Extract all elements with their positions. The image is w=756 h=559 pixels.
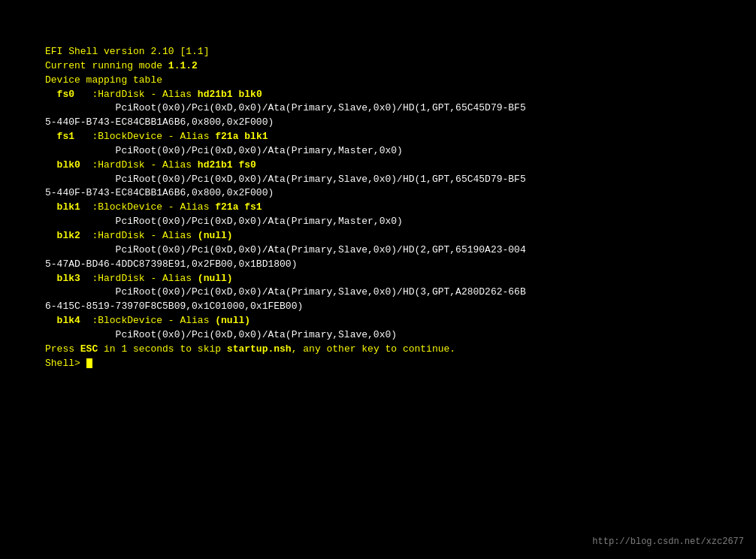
terminal-text: f21a fs1: [209, 201, 262, 213]
terminal-text: :HardDisk -: [80, 230, 162, 241]
terminal-text: hd21b1 blk0: [192, 89, 262, 100]
terminal-text: Press: [45, 343, 80, 355]
terminal-text: :BlockDevice -: [80, 201, 180, 213]
terminal-text: Current running mode: [45, 60, 168, 71]
terminal-text: (null): [192, 230, 233, 241]
terminal-line: PciRoot(0x0)/Pci(0xD,0x0)/Ata(Primary,Sl…: [45, 328, 711, 343]
terminal-line: 5-47AD-BD46-4DDC87398E91,0x2FB00,0x1BD18…: [45, 258, 711, 272]
terminal-text: Device mapping table: [45, 74, 162, 86]
terminal-text: Alias: [180, 131, 209, 142]
terminal-text: fs0: [45, 89, 74, 100]
terminal-text: 5-440F-B743-EC84CBB1A6B6,0x800,0x2F000): [45, 116, 274, 128]
terminal-line: fs1 :BlockDevice - Alias f21a blk1: [45, 130, 711, 144]
terminal-line: blk0 :HardDisk - Alias hd21b1 fs0: [45, 159, 711, 173]
terminal-text: PciRoot(0x0)/Pci(0xD,0x0)/Ata(Primary,Sl…: [45, 244, 526, 255]
terminal-text: :HardDisk -: [80, 273, 162, 284]
terminal-text: EFI Shell version 2.10 [1.1]: [45, 46, 209, 57]
terminal-text: , any other key to continue.: [292, 343, 455, 355]
terminal-text: 5-47AD-BD46-4DDC87398E91,0x2FB00,0x1BD18…: [45, 258, 297, 270]
terminal-line: EFI Shell version 2.10 [1.1]: [45, 45, 711, 59]
terminal-text: PciRoot(0x0)/Pci(0xD,0x0)/Ata(Primary,Sl…: [45, 329, 397, 340]
terminal-text: (null): [209, 315, 250, 326]
terminal-line: PciRoot(0x0)/Pci(0xD,0x0)/Ata(Primary,Sl…: [45, 101, 711, 116]
terminal-line: blk4 :BlockDevice - Alias (null): [45, 314, 711, 328]
terminal-text: Shell>: [45, 358, 86, 369]
terminal-line: 6-415C-8519-73970F8C5B09,0x1C01000,0x1FE…: [45, 300, 711, 314]
terminal-text: :BlockDevice -: [74, 131, 180, 142]
terminal-text: PciRoot(0x0)/Pci(0xD,0x0)/Ata(Primary,Sl…: [45, 286, 526, 298]
terminal-text: ESC: [80, 343, 98, 355]
terminal-text: startup.nsh: [227, 343, 292, 355]
terminal-text: :HardDisk -: [74, 89, 162, 100]
terminal-text: Alias: [162, 89, 192, 100]
terminal-line: blk2 :HardDisk - Alias (null): [45, 229, 711, 243]
terminal-text: Alias: [180, 201, 209, 213]
terminal-text: Alias: [180, 315, 209, 326]
terminal-line: PciRoot(0x0)/Pci(0xD,0x0)/Ata(Primary,Sl…: [45, 243, 711, 258]
terminal-text: 5-440F-B743-EC84CBB1A6B6,0x800,0x2F000): [45, 187, 274, 198]
terminal-line: PciRoot(0x0)/Pci(0xD,0x0)/Ata(Primary,Ma…: [45, 215, 711, 229]
terminal-text: PciRoot(0x0)/Pci(0xD,0x0)/Ata(Primary,Ma…: [45, 216, 403, 227]
terminal-text: (null): [192, 273, 233, 284]
terminal-text: in 1 seconds to skip: [98, 343, 227, 355]
terminal-text: Alias: [162, 230, 192, 241]
terminal-text: Alias: [162, 159, 192, 171]
terminal-line: blk1 :BlockDevice - Alias f21a fs1: [45, 201, 711, 215]
terminal-text: blk2: [45, 230, 80, 241]
terminal-text: Alias: [162, 273, 192, 284]
terminal-text: :HardDisk -: [80, 159, 162, 171]
terminal-text: 1.1.2: [168, 60, 198, 71]
terminal-text: 6-415C-8519-73970F8C5B09,0x1C01000,0x1FE…: [45, 301, 303, 312]
terminal-line: fs0 :HardDisk - Alias hd21b1 blk0: [45, 88, 711, 102]
terminal-line: Shell>: [45, 357, 711, 371]
terminal-text: PciRoot(0x0)/Pci(0xD,0x0)/Ata(Primary,Sl…: [45, 102, 526, 113]
terminal-line: Device mapping table: [45, 74, 711, 88]
terminal-line: 5-440F-B743-EC84CBB1A6B6,0x800,0x2F000): [45, 186, 711, 201]
terminal-output: EFI Shell version 2.10 [1.1]Current runn…: [45, 45, 711, 370]
terminal-text: :BlockDevice -: [80, 315, 180, 326]
terminal-line: 5-440F-B743-EC84CBB1A6B6,0x800,0x2F000): [45, 116, 711, 130]
terminal-text: blk1: [45, 201, 80, 213]
terminal-text: PciRoot(0x0)/Pci(0xD,0x0)/Ata(Primary,Sl…: [45, 174, 526, 185]
terminal-text: f21a blk1: [209, 131, 268, 142]
terminal-line: Press ESC in 1 seconds to skip startup.n…: [45, 343, 711, 357]
terminal-line: PciRoot(0x0)/Pci(0xD,0x0)/Ata(Primary,Sl…: [45, 173, 711, 187]
terminal-text: blk0: [45, 159, 80, 171]
watermark: http://blog.csdn.net/xzc2677: [592, 536, 744, 548]
terminal-line: PciRoot(0x0)/Pci(0xD,0x0)/Ata(Primary,Ma…: [45, 144, 711, 159]
terminal-window: EFI Shell version 2.10 [1.1]Current runn…: [0, 0, 756, 559]
terminal-text: hd21b1 fs0: [192, 159, 256, 171]
terminal-text: PciRoot(0x0)/Pci(0xD,0x0)/Ata(Primary,Ma…: [45, 145, 403, 156]
terminal-cursor: [86, 358, 92, 368]
terminal-line: Current running mode 1.1.2: [45, 59, 711, 74]
terminal-text: blk4: [45, 315, 80, 326]
terminal-line: PciRoot(0x0)/Pci(0xD,0x0)/Ata(Primary,Sl…: [45, 286, 711, 300]
terminal-text: fs1: [45, 131, 74, 142]
terminal-text: blk3: [45, 273, 80, 284]
terminal-line: blk3 :HardDisk - Alias (null): [45, 272, 711, 286]
